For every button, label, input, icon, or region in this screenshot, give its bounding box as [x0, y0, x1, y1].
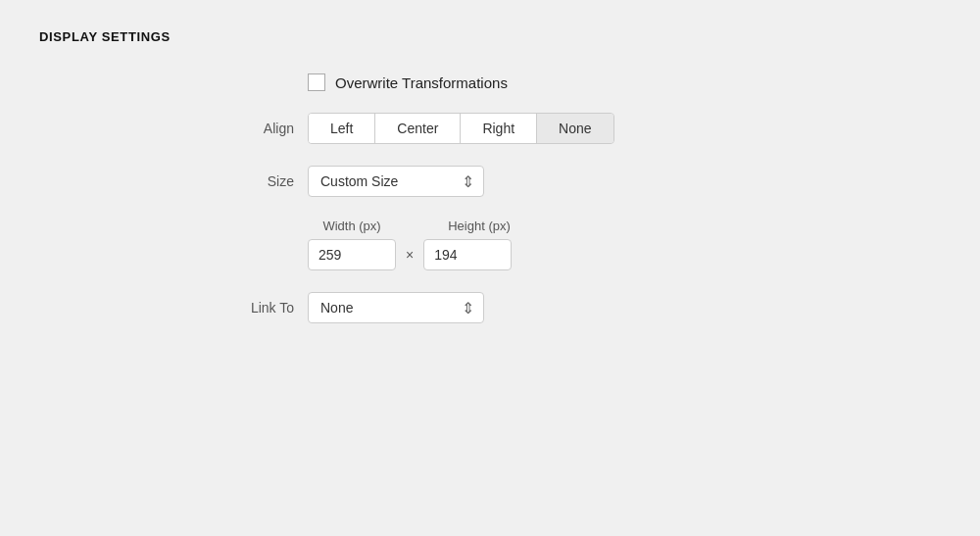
- align-center-button[interactable]: Center: [375, 114, 461, 143]
- align-label: Align: [235, 121, 294, 136]
- align-right-button[interactable]: Right: [461, 114, 537, 143]
- size-label: Size: [235, 173, 294, 189]
- width-input[interactable]: [308, 239, 396, 270]
- size-inputs-row: ×: [308, 239, 941, 270]
- height-input[interactable]: [423, 239, 512, 270]
- overwrite-transformations-label: Overwrite Transformations: [335, 74, 508, 91]
- link-to-select[interactable]: None Media File Attachment Page Custom U…: [308, 292, 484, 323]
- size-separator: ×: [406, 247, 414, 263]
- link-to-row: Link To None Media File Attachment Page …: [235, 292, 941, 323]
- height-label: Height (px): [435, 219, 523, 233]
- size-dimension-labels: Width (px) Height (px): [308, 219, 941, 233]
- overwrite-transformations-checkbox[interactable]: [308, 73, 325, 91]
- overwrite-transformations-row: Overwrite Transformations: [235, 73, 941, 91]
- size-select-wrapper: Custom Size Full Size Large Medium Thumb…: [308, 166, 484, 197]
- align-row: Align Left Center Right None: [235, 113, 941, 144]
- link-to-label: Link To: [235, 300, 294, 316]
- size-dimensions-group: Width (px) Height (px) ×: [235, 219, 941, 270]
- size-select[interactable]: Custom Size Full Size Large Medium Thumb…: [308, 166, 484, 197]
- page-title: DISPLAY SETTINGS: [39, 29, 941, 44]
- width-label: Width (px): [308, 219, 396, 233]
- size-row: Size Custom Size Full Size Large Medium …: [235, 166, 941, 197]
- link-to-select-wrapper: None Media File Attachment Page Custom U…: [308, 292, 484, 323]
- align-left-button[interactable]: Left: [309, 114, 375, 143]
- align-button-group: Left Center Right None: [308, 113, 614, 144]
- align-none-button[interactable]: None: [537, 114, 612, 143]
